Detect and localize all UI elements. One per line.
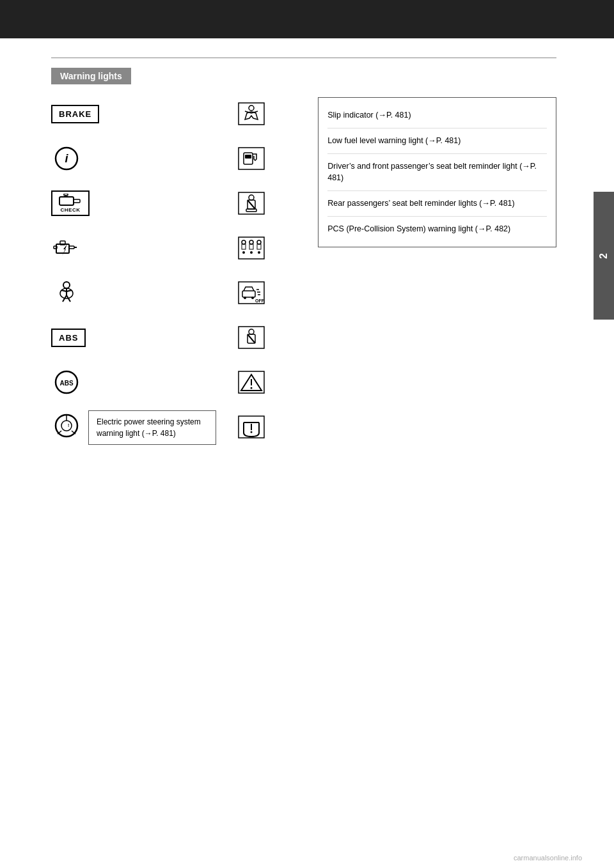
brake-icon: BRAKE (51, 105, 99, 123)
eps-tooltip-text: Electric power steering system warning l… (97, 417, 201, 438)
seatbelt-driver-icon-row (237, 187, 305, 220)
airbag-icon (51, 280, 82, 306)
rear-seatbelt-icon-row (237, 231, 305, 265)
svg-point-45 (242, 251, 245, 254)
icons-wrapper: BRAKE i (51, 97, 556, 444)
svg-point-39 (242, 240, 246, 244)
svg-point-41 (257, 240, 261, 244)
abs-label: ABS (59, 333, 78, 343)
svg-point-51 (251, 297, 254, 299)
svg-point-67 (251, 431, 253, 433)
svg-rect-2 (59, 197, 74, 205)
svg-point-27 (249, 105, 254, 111)
pcs-off-icon: OFF (237, 281, 265, 305)
svg-point-47 (258, 251, 260, 254)
seatbelt-driver-info-text: Driver’s and front passenger’s seat belt… (327, 162, 537, 183)
svg-rect-32 (245, 155, 251, 159)
svg-rect-43 (249, 244, 253, 249)
tpms-icon-row (237, 410, 305, 444)
svg-rect-44 (257, 244, 261, 249)
tpms-icon (237, 415, 265, 439)
svg-rect-37 (246, 209, 256, 212)
engine-icon (51, 235, 82, 261)
rear-seatbelt-icon (237, 236, 265, 260)
svg-line-13 (61, 290, 67, 291)
svg-point-46 (250, 251, 253, 254)
svg-point-40 (249, 240, 253, 244)
svg-point-57 (249, 329, 254, 334)
warning-triangle-icon-row (237, 366, 305, 399)
seatbelt-driver-icon (237, 191, 265, 215)
abs-circle-row: ABS (51, 366, 224, 399)
watermark: carmanualsonline.info (514, 854, 582, 862)
svg-text:!: ! (68, 423, 69, 428)
low-fuel-icon-row (237, 142, 305, 175)
svg-rect-26 (239, 103, 264, 125)
svg-rect-5 (64, 194, 68, 196)
right-icon-column: OFF (237, 97, 311, 444)
svg-line-36 (248, 200, 255, 209)
eps-tooltip-box: Electric power steering system warning l… (88, 410, 216, 445)
watermark-text: carmanualsonline.info (514, 854, 582, 862)
chapter-number: 2 (598, 253, 610, 259)
person-belt-icon (237, 325, 265, 350)
svg-text:i: i (65, 152, 68, 165)
airbag-row (51, 276, 224, 309)
abs-row: ABS (51, 321, 224, 354)
svg-point-11 (63, 282, 70, 288)
svg-rect-8 (69, 246, 74, 249)
eps-icon: ! (51, 413, 82, 438)
svg-point-21 (61, 421, 72, 431)
section-divider (51, 58, 556, 58)
engine-malfunction-row (51, 231, 224, 265)
svg-rect-56 (239, 327, 264, 348)
unknown1-icon-row (237, 321, 305, 354)
oil-can-svg (58, 194, 83, 206)
main-content: Warning lights BRAKE i (0, 38, 588, 469)
svg-line-59 (248, 334, 255, 343)
info-box: Slip indicator (→P. 481) Low fuel level … (318, 97, 556, 247)
svg-rect-6 (56, 244, 69, 253)
svg-point-50 (244, 297, 246, 299)
slip-info-text: Slip indicator (→P. 481) (327, 111, 411, 120)
check-oil-row: CHECK (51, 187, 224, 220)
svg-point-63 (251, 387, 253, 389)
check-oil-icon-box: CHECK (51, 190, 90, 216)
pcs-info-text: PCS (Pre-Collision System) warning light… (327, 224, 510, 233)
seatbelt-driver-info-item: Driver’s and front passenger’s seat belt… (327, 154, 547, 192)
svg-text:ABS: ABS (59, 380, 73, 387)
svg-rect-3 (74, 199, 80, 203)
seatbelt-rear-info-item: Rear passengers’ seat belt reminder ligh… (327, 191, 547, 217)
circle-i-icon: i (51, 146, 82, 171)
slip-icon-row (237, 97, 305, 130)
chapter-tab: 2 (594, 192, 614, 320)
svg-rect-30 (239, 148, 264, 169)
engine-start-row: i (51, 142, 224, 175)
abs-icon-box: ABS (51, 329, 86, 347)
check-label: CHECK (61, 207, 81, 213)
low-fuel-info-item: Low fuel level warning light (→P. 481) (327, 128, 547, 154)
svg-rect-9 (54, 246, 57, 249)
svg-text:OFF: OFF (255, 298, 265, 303)
brake-label: BRAKE (59, 109, 91, 119)
slip-info-item: Slip indicator (→P. 481) (327, 103, 547, 128)
eps-row: ! Electric power steering system warning… (51, 410, 224, 444)
pcs-info-item: PCS (Pre-Collision System) warning light… (327, 217, 547, 242)
left-icon-column: BRAKE i (51, 97, 237, 444)
warning-triangle-icon (237, 370, 265, 394)
low-fuel-info-text: Low fuel level warning light (→P. 481) (327, 136, 460, 145)
svg-rect-49 (242, 291, 255, 297)
right-area: OFF (237, 97, 556, 444)
svg-rect-42 (242, 244, 246, 249)
page-container: 2 Warning lights BRAKE (0, 0, 614, 868)
slip-indicator-icon (237, 102, 265, 126)
section-header: Warning lights (51, 68, 131, 84)
fuel-level-icon (237, 146, 265, 171)
svg-rect-33 (239, 192, 264, 214)
seatbelt-rear-info-text: Rear passengers’ seat belt reminder ligh… (327, 199, 515, 208)
svg-line-14 (67, 290, 72, 291)
svg-point-34 (249, 195, 254, 200)
pcs-icon-row: OFF (237, 276, 305, 309)
abs-circle-icon: ABS (51, 369, 82, 395)
section-title: Warning lights (60, 71, 122, 81)
